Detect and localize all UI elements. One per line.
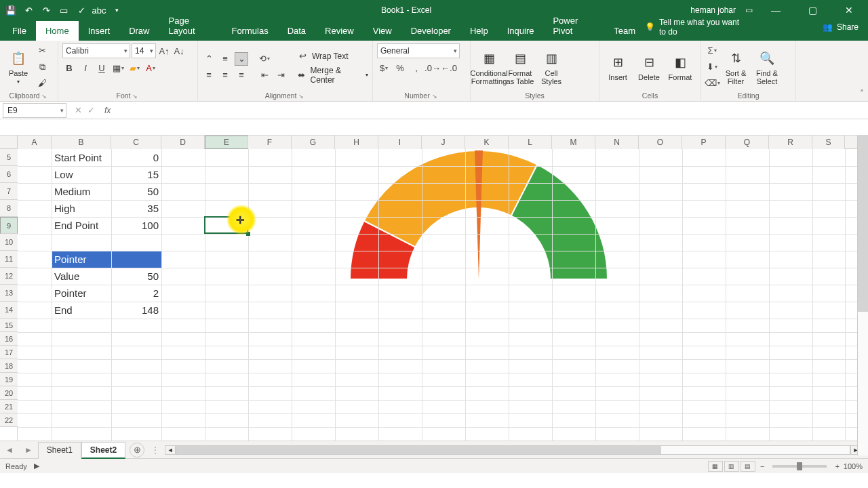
cell-styles-button[interactable]: ▥Cell Styles bbox=[537, 49, 566, 85]
percent-icon[interactable]: % bbox=[393, 61, 407, 75]
bold-button[interactable]: B bbox=[62, 61, 76, 75]
decrease-indent-icon[interactable]: ⇤ bbox=[258, 68, 271, 82]
column-header[interactable]: D bbox=[161, 136, 205, 149]
merge-center-button[interactable]: ⬌Merge & Center▾ bbox=[296, 66, 368, 85]
tab-view[interactable]: View bbox=[363, 21, 401, 41]
undo-icon[interactable]: ↶ bbox=[23, 5, 34, 16]
paste-button[interactable]: 📋 Paste ▾ bbox=[4, 49, 33, 85]
column-header[interactable]: Q bbox=[726, 136, 769, 149]
tab-draw[interactable]: Draw bbox=[119, 21, 159, 41]
cell[interactable]: 100 bbox=[111, 217, 161, 234]
column-header[interactable]: S bbox=[812, 136, 845, 149]
cell[interactable]: End Point bbox=[52, 217, 111, 234]
sheet-tab[interactable]: Sheet2 bbox=[81, 442, 125, 459]
fx-icon[interactable]: fx bbox=[100, 106, 115, 115]
share-button[interactable]: Share bbox=[837, 22, 859, 32]
increase-decimal-icon[interactable]: .0→ bbox=[426, 61, 439, 75]
cell[interactable]: 15 bbox=[111, 166, 161, 183]
tellme-input[interactable]: Tell me what you want to do bbox=[659, 18, 745, 37]
cell[interactable]: 35 bbox=[111, 200, 161, 217]
currency-icon[interactable]: $ bbox=[377, 61, 391, 75]
row-header[interactable]: 6 bbox=[0, 166, 18, 183]
column-header[interactable]: P bbox=[682, 136, 726, 149]
row-header[interactable]: 18 bbox=[0, 359, 18, 373]
tab-formulas[interactable]: Formulas bbox=[222, 21, 277, 41]
tab-inquire[interactable]: Inquire bbox=[498, 21, 544, 41]
normal-view-button[interactable]: ▦ bbox=[708, 461, 723, 472]
column-header[interactable]: B bbox=[52, 136, 111, 149]
cell[interactable]: Medium bbox=[52, 183, 111, 200]
column-header[interactable]: N bbox=[595, 136, 639, 149]
fill-icon[interactable]: ⬇ bbox=[705, 60, 719, 74]
new-icon[interactable]: ▭ bbox=[58, 5, 69, 16]
strike-icon[interactable]: abc bbox=[94, 5, 104, 16]
cell[interactable]: 0 bbox=[111, 149, 161, 166]
increase-indent-icon[interactable]: ⇥ bbox=[274, 68, 288, 82]
cell-grid[interactable]: Start Point0Low15Medium50High35End Point… bbox=[18, 149, 868, 441]
row-header[interactable]: 13 bbox=[0, 285, 18, 302]
row-header[interactable]: 7 bbox=[0, 183, 18, 200]
tab-developer[interactable]: Developer bbox=[401, 21, 460, 41]
row-header[interactable]: 22 bbox=[0, 413, 18, 427]
conditional-formatting-button[interactable]: ▦Conditional Formatting bbox=[475, 49, 503, 85]
row-header[interactable]: 10 bbox=[0, 234, 18, 251]
sheet-tab[interactable]: Sheet1 bbox=[38, 442, 81, 459]
formula-input[interactable] bbox=[115, 103, 868, 118]
align-top-icon[interactable]: ⌃ bbox=[202, 52, 216, 66]
save-icon[interactable]: 💾 bbox=[5, 5, 16, 16]
macro-record-icon[interactable]: ▶ bbox=[34, 462, 39, 470]
cancel-formula-icon[interactable]: ✕ bbox=[75, 105, 82, 115]
column-header[interactable]: M bbox=[552, 136, 595, 149]
spellcheck-icon[interactable]: ✓ bbox=[76, 5, 87, 16]
row-header[interactable]: 16 bbox=[0, 332, 18, 346]
cell[interactable]: End bbox=[52, 302, 111, 319]
align-right-icon[interactable]: ≡ bbox=[235, 68, 248, 82]
row-header[interactable]: 11 bbox=[0, 251, 18, 268]
column-header[interactable]: K bbox=[465, 136, 509, 149]
column-header[interactable]: E bbox=[205, 136, 248, 149]
tab-review[interactable]: Review bbox=[315, 21, 363, 41]
sheet-nav-next-icon[interactable]: ► bbox=[19, 445, 38, 455]
select-all-corner[interactable] bbox=[0, 136, 18, 149]
tab-file[interactable]: File bbox=[3, 21, 36, 41]
orientation-icon[interactable]: ⟲ bbox=[258, 52, 271, 66]
sort-filter-button[interactable]: ⇅Sort & Filter bbox=[722, 49, 750, 85]
row-header[interactable]: 15 bbox=[0, 319, 18, 332]
align-bottom-icon[interactable]: ⌄ bbox=[235, 52, 248, 66]
decrease-decimal-icon[interactable]: ←.0 bbox=[442, 61, 456, 75]
zoom-in-button[interactable]: + bbox=[835, 462, 839, 470]
row-header[interactable]: 21 bbox=[0, 400, 18, 413]
row-header[interactable]: 5 bbox=[0, 149, 18, 166]
user-name[interactable]: heman johar bbox=[690, 5, 736, 15]
tab-help[interactable]: Help bbox=[460, 21, 498, 41]
font-name-combo[interactable]: Calibri bbox=[62, 43, 130, 58]
cell[interactable]: Pointer bbox=[52, 285, 111, 302]
zoom-out-button[interactable]: − bbox=[760, 462, 764, 470]
cell[interactable]: High bbox=[52, 200, 111, 217]
row-header[interactable]: 9 bbox=[0, 217, 18, 234]
collapse-ribbon-icon[interactable]: ˄ bbox=[860, 89, 864, 98]
cell[interactable]: Pointer bbox=[52, 251, 161, 268]
row-header[interactable]: 8 bbox=[0, 200, 18, 217]
row-header[interactable]: 17 bbox=[0, 346, 18, 359]
column-header[interactable]: A bbox=[18, 136, 52, 149]
column-header[interactable]: J bbox=[422, 136, 465, 149]
italic-button[interactable]: I bbox=[79, 61, 92, 75]
column-header[interactable]: F bbox=[248, 136, 292, 149]
cell[interactable]: 50 bbox=[111, 183, 161, 200]
comma-icon[interactable]: , bbox=[410, 61, 423, 75]
page-break-view-button[interactable]: ▤ bbox=[741, 461, 755, 472]
tab-team[interactable]: Team bbox=[604, 21, 645, 41]
cut-icon[interactable]: ✂ bbox=[35, 44, 49, 58]
increase-font-icon[interactable]: A↑ bbox=[157, 44, 171, 58]
zoom-slider[interactable] bbox=[772, 465, 827, 468]
page-layout-view-button[interactable]: ▥ bbox=[724, 461, 739, 472]
copy-icon[interactable]: ⧉ bbox=[35, 60, 49, 74]
column-header[interactable]: G bbox=[292, 136, 335, 149]
align-middle-icon[interactable]: ≡ bbox=[218, 52, 232, 66]
zoom-level[interactable]: 100% bbox=[844, 462, 863, 470]
fill-color-icon[interactable]: ▰ bbox=[127, 61, 141, 75]
format-as-table-button[interactable]: ▤Format as Table bbox=[506, 49, 534, 85]
row-header[interactable]: 20 bbox=[0, 386, 18, 400]
insert-cells-button[interactable]: ⊞Insert bbox=[604, 53, 632, 81]
